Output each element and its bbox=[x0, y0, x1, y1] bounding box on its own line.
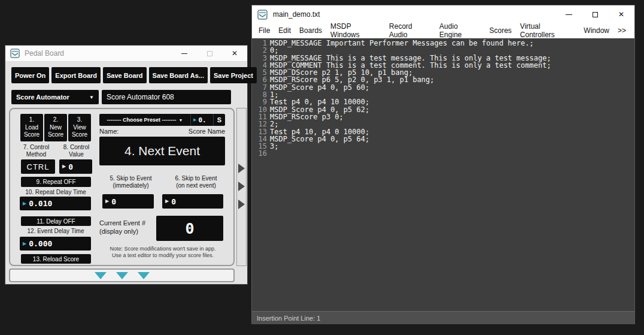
code-lines: 1MSDP_MESSAGE Important Performer Messag… bbox=[252, 40, 634, 158]
arrow-down-icon[interactable] bbox=[95, 272, 107, 279]
arrow-right-icon[interactable] bbox=[238, 182, 245, 191]
arrow-down-icon[interactable] bbox=[116, 272, 128, 279]
numbox-value: 0 bbox=[171, 197, 176, 206]
code-line[interactable]: 13Test p4 10, p4 0 10000; bbox=[252, 128, 634, 135]
close-button[interactable]: ✕ bbox=[608, 5, 634, 23]
pedal-window-title: Pedal Board bbox=[25, 49, 172, 58]
export-board-button[interactable]: Export Board bbox=[51, 67, 101, 83]
menu-item-record-audio[interactable]: Record Audio bbox=[385, 22, 435, 39]
close-button[interactable]: ✕ bbox=[222, 46, 247, 62]
maximize-button[interactable] bbox=[197, 46, 222, 62]
chevron-down-icon: ▼ bbox=[179, 118, 183, 122]
control-value-label: 8. Control Value bbox=[56, 144, 96, 158]
close-icon: ✕ bbox=[618, 10, 624, 19]
arrow-right-icon[interactable] bbox=[238, 200, 245, 209]
skip-next-numbox[interactable]: ▶ 0 bbox=[162, 194, 223, 209]
menu-item-file[interactable]: File bbox=[254, 26, 274, 35]
editor-window-controls: ✕ bbox=[555, 5, 634, 23]
current-event-display: 0 bbox=[156, 216, 223, 241]
panel-scrollbar[interactable] bbox=[236, 108, 247, 266]
menu-item-edit[interactable]: Edit bbox=[274, 26, 295, 35]
event-delay-numbox[interactable]: ▶ 0.000 bbox=[20, 237, 91, 251]
code-line[interactable]: 14MSDP_Score p4 0, p5 64; bbox=[252, 135, 634, 143]
minimize-button[interactable] bbox=[172, 46, 197, 62]
menu-item-window[interactable]: Window bbox=[579, 26, 613, 35]
score-name-label: Score Name bbox=[189, 128, 225, 135]
code-line[interactable]: 11MSDP_RScore p3 0; bbox=[252, 113, 634, 120]
code-line[interactable]: 7MSDP_Score p4 0, p5 60; bbox=[252, 84, 634, 91]
skip-immediate-numbox[interactable]: ▶ 0 bbox=[102, 194, 154, 209]
preset-store-button[interactable]: S bbox=[213, 114, 225, 126]
status-bar: Insertion Point Line: 1 bbox=[252, 311, 634, 324]
line-text: 2; bbox=[270, 120, 278, 128]
control-method-button[interactable]: CTRL bbox=[21, 159, 55, 174]
preset-dropdown[interactable]: -------- Choose Preset -------- ▼ bbox=[99, 117, 190, 123]
arrow-down-icon[interactable] bbox=[138, 272, 150, 279]
menu-item-boards[interactable]: Boards bbox=[295, 26, 326, 35]
power-on-button[interactable]: Power On bbox=[11, 67, 49, 83]
pedal-board-window: Pedal Board ✕ Power OnExport BoardSave B… bbox=[5, 45, 248, 285]
automator-name-field[interactable]: Score Automator 608 bbox=[102, 90, 231, 104]
arrow-right-icon[interactable] bbox=[238, 164, 245, 173]
line-text: MSDP_Score p4 0, p5 60; bbox=[270, 84, 369, 91]
menu-item-audio-engine[interactable]: Audio Engine bbox=[435, 22, 485, 39]
skip-labels: 5. Skip to Event (immediately) 6. Skip t… bbox=[98, 175, 229, 189]
maximize-button[interactable] bbox=[582, 5, 608, 23]
preset-number-numbox[interactable]: ▶ 0. bbox=[190, 114, 213, 126]
control-method-label: 7. Control Method bbox=[16, 144, 56, 158]
automator-selector-label: Score Automator bbox=[16, 93, 69, 101]
current-event-value: 0 bbox=[185, 220, 194, 237]
menu-item-overflow[interactable]: >> bbox=[613, 26, 632, 35]
repeat-delay-numbox[interactable]: ▶ 0.010 bbox=[20, 197, 91, 210]
editor-content[interactable]: 1MSDP_MESSAGE Important Performer Messag… bbox=[252, 38, 634, 311]
line-number: 1 bbox=[252, 40, 270, 47]
menu-item-virtual-controllers[interactable]: Virtual Controllers bbox=[516, 22, 579, 39]
line-text: MSDP_RScore p3 0; bbox=[270, 113, 344, 120]
automator-selector-dropdown[interactable]: Score Automator ▼ bbox=[11, 90, 99, 104]
code-line[interactable]: 16 bbox=[252, 150, 634, 157]
load-score-button[interactable]: 1. Load Score bbox=[20, 114, 43, 141]
line-text: Test p4 10, p4 0 10000; bbox=[270, 128, 369, 135]
automator-row: Score Automator ▼ Score Automator 608 bbox=[5, 83, 247, 104]
code-line[interactable]: 20; bbox=[252, 47, 634, 54]
code-line[interactable]: 122; bbox=[252, 120, 634, 128]
control-value-numbox[interactable]: ▶ 0 bbox=[59, 159, 92, 174]
save-board-as-button[interactable]: Save Board As... bbox=[149, 67, 208, 83]
panel-note: Note: Score modifications won't save in … bbox=[99, 246, 226, 259]
line-text: MSDP_MESSAGE Important Performer Message… bbox=[270, 40, 534, 47]
line-number: 7 bbox=[252, 84, 270, 91]
minimize-icon bbox=[566, 14, 572, 15]
code-line[interactable]: 153; bbox=[252, 143, 634, 150]
reload-score-button[interactable]: 13. Reload Score bbox=[21, 254, 91, 264]
menu-item-msdp-windows[interactable]: MSDP Windows bbox=[326, 22, 385, 39]
code-line[interactable]: 6MSDP_RScore p6 5, p2 0, p3 1, p1 bang; bbox=[252, 76, 634, 83]
numbox-value: 0 bbox=[68, 162, 73, 171]
close-icon: ✕ bbox=[232, 49, 238, 58]
line-number: 16 bbox=[252, 150, 270, 157]
line-text: MSDP_Score p4 0, p5 64; bbox=[270, 135, 369, 143]
line-text: 3; bbox=[270, 143, 278, 150]
line-number: 13 bbox=[252, 128, 270, 135]
minimize-button[interactable] bbox=[555, 5, 582, 23]
repeat-delay-label: 10. Repeat Delay Time bbox=[14, 189, 98, 196]
numbox-arrow-icon: ▶ bbox=[23, 242, 26, 246]
app-icon bbox=[257, 10, 268, 20]
save-project-button[interactable]: Save Project bbox=[210, 67, 257, 83]
view-score-button[interactable]: 3. View Score bbox=[68, 114, 91, 141]
score-buttons-row: 1. Load Score 2. New Score 3. View Score bbox=[20, 114, 91, 141]
editor-titlebar[interactable]: main_demo.txt ✕ bbox=[252, 5, 634, 23]
code-line[interactable]: 1MSDP_MESSAGE Important Performer Messag… bbox=[252, 40, 634, 47]
pedal-titlebar[interactable]: Pedal Board ✕ bbox=[5, 46, 247, 62]
new-score-button[interactable]: 2. New Score bbox=[44, 114, 67, 141]
delay-toggle-button[interactable]: 11. Delay OFF bbox=[21, 216, 91, 226]
code-line[interactable]: 9Test p4 0, p4 10 10000; bbox=[252, 98, 634, 105]
next-event-button[interactable]: 4. Next Event bbox=[99, 137, 225, 165]
menu-bar: FileEditBoardsMSDP WindowsRecord AudioAu… bbox=[252, 23, 634, 38]
line-number: 12 bbox=[252, 120, 270, 128]
app-icon bbox=[10, 49, 20, 58]
repeat-toggle-button[interactable]: 9. Repeat OFF bbox=[21, 177, 91, 187]
name-label: Name: bbox=[99, 128, 119, 135]
menu-item-scores[interactable]: Scores bbox=[485, 26, 515, 35]
save-board-button[interactable]: Save Board bbox=[103, 67, 147, 83]
numbox-arrow-icon: ▶ bbox=[193, 117, 196, 122]
